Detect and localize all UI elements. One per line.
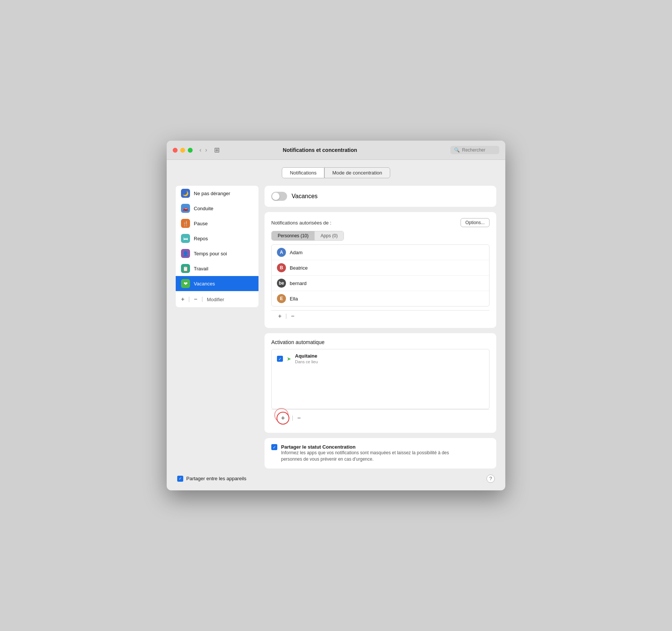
- search-input[interactable]: [462, 147, 496, 153]
- activation-actions: + −: [271, 409, 490, 427]
- sidebar-icon-temps-pour-soi: 👤: [181, 249, 190, 258]
- sidebar-label-repos: Repos: [194, 236, 208, 241]
- sidebar-add-button[interactable]: +: [181, 296, 184, 303]
- window-title: Notifications et concentration: [194, 147, 446, 153]
- activation-add-button[interactable]: +: [277, 412, 289, 425]
- sidebar-icon-travail: 📋: [181, 264, 190, 273]
- sidebar-icon-conduite: 🚗: [181, 204, 190, 213]
- list-item: A Adam: [272, 245, 489, 260]
- list-item: B Beatrice: [272, 260, 489, 276]
- activation-checkbox[interactable]: ✓: [277, 356, 283, 362]
- right-panel: Vacances Notifications autorisées de : O…: [265, 186, 496, 469]
- avatar-ella: E: [277, 294, 286, 303]
- person-name-beatrice: Beatrice: [290, 265, 308, 271]
- minimize-button[interactable]: [180, 148, 185, 153]
- activation-subtitle: Dans ce lieu: [295, 359, 318, 364]
- toggle-knob: [272, 193, 280, 200]
- activation-name: Aquitaine: [295, 353, 318, 359]
- sidebar-item-ne-pas-deranger[interactable]: 🌙 Ne pas déranger: [176, 186, 258, 201]
- bottom-bar: ✓ Partager entre les appareils ?: [176, 475, 496, 483]
- divider4: [292, 416, 293, 421]
- activation-list: ✓ ➤ Aquitaine Dans ce lieu: [271, 349, 490, 409]
- sidebar-item-temps-pour-soi[interactable]: 👤 Temps pour soi: [176, 246, 258, 261]
- share-devices-checkbox[interactable]: ✓: [177, 476, 183, 482]
- toggle-section: Vacances: [265, 186, 496, 207]
- sub-tab-apps[interactable]: Apps (0): [315, 231, 344, 240]
- location-icon: ➤: [287, 356, 291, 362]
- share-devices-row: ✓ Partager entre les appareils: [177, 476, 246, 482]
- sidebar: 🌙 Ne pas déranger 🚗 Conduite 🍴 Pause 🛏 R…: [176, 186, 258, 307]
- sidebar-item-travail[interactable]: 📋 Travail: [176, 261, 258, 276]
- sidebar-bottom: + − Modifier: [176, 291, 258, 307]
- persons-add-button[interactable]: +: [277, 313, 283, 320]
- sidebar-modify-button[interactable]: Modifier: [207, 297, 224, 302]
- tab-bar: Notifications Mode de concentration: [176, 167, 496, 178]
- share-section: ✓ Partager le statut Concentration Infor…: [265, 438, 496, 469]
- fullscreen-button[interactable]: [188, 148, 193, 153]
- sidebar-icon-pause: 🍴: [181, 219, 190, 228]
- sidebar-label-travail: Travail: [194, 266, 208, 272]
- share-description: Informez les apps que vos notifications …: [281, 450, 462, 463]
- notifications-section: Notifications autorisées de : Options...…: [265, 212, 496, 328]
- sidebar-icon-vacances: ❤: [181, 279, 190, 288]
- titlebar: ‹ › ⊞ Notifications et concentration 🔍: [167, 141, 505, 160]
- sidebar-item-pause[interactable]: 🍴 Pause: [176, 216, 258, 231]
- notif-header: Notifications autorisées de : Options...: [271, 218, 490, 227]
- divider3: [286, 314, 286, 319]
- sidebar-label-vacances: Vacances: [194, 281, 215, 287]
- vacances-toggle[interactable]: [271, 192, 287, 201]
- persons-list-actions: + −: [271, 310, 490, 322]
- sidebar-icon-repos: 🛏: [181, 234, 190, 243]
- sidebar-item-conduite[interactable]: 🚗 Conduite: [176, 201, 258, 216]
- vacances-label: Vacances: [292, 193, 318, 200]
- person-name-adam: Adam: [290, 250, 303, 255]
- sidebar-item-vacances[interactable]: ❤ Vacances: [176, 276, 258, 291]
- sidebar-label-temps-pour-soi: Temps pour soi: [194, 251, 227, 256]
- divider: [189, 297, 189, 302]
- avatar-adam: A: [277, 248, 286, 257]
- activation-section: Activation automatique ✓ ➤ Aquitaine Dan…: [265, 333, 496, 433]
- tab-concentration[interactable]: Mode de concentration: [324, 167, 390, 178]
- person-name-bernard: bernard: [290, 281, 307, 286]
- persons-list: A Adam B Beatrice be bernard E: [271, 244, 490, 306]
- share-title: Partager le statut Concentration: [281, 444, 462, 450]
- main-window: ‹ › ⊞ Notifications et concentration 🔍 N…: [167, 141, 505, 490]
- share-row: ✓ Partager le statut Concentration Infor…: [271, 444, 490, 463]
- sidebar-label-ne-pas-deranger: Ne pas déranger: [194, 191, 230, 196]
- avatar-beatrice: B: [277, 263, 286, 272]
- sub-tabs: Personnes (10) Apps (0): [271, 231, 344, 241]
- search-icon: 🔍: [454, 147, 460, 153]
- sidebar-item-repos[interactable]: 🛏 Repos: [176, 231, 258, 246]
- vacances-row: Vacances: [271, 192, 490, 201]
- share-checkbox[interactable]: ✓: [271, 444, 277, 450]
- share-devices-label: Partager entre les appareils: [186, 476, 246, 481]
- tab-notifications[interactable]: Notifications: [282, 167, 324, 178]
- list-item: ✓ ➤ Aquitaine Dans ce lieu: [272, 349, 489, 368]
- options-button[interactable]: Options...: [461, 218, 490, 227]
- sidebar-remove-button[interactable]: −: [194, 296, 197, 303]
- sidebar-icon-ne-pas-deranger: 🌙: [181, 189, 190, 198]
- activation-title: Activation automatique: [271, 339, 490, 345]
- sidebar-label-conduite: Conduite: [194, 206, 213, 211]
- close-button[interactable]: [173, 148, 178, 153]
- content: Notifications Mode de concentration 🌙 Ne…: [167, 160, 505, 490]
- avatar-bernard: be: [277, 279, 286, 288]
- traffic-lights: [173, 148, 193, 153]
- activation-text: Aquitaine Dans ce lieu: [295, 353, 318, 364]
- list-item: E Ella: [272, 291, 489, 306]
- persons-remove-button[interactable]: −: [289, 313, 296, 320]
- sub-tab-personnes[interactable]: Personnes (10): [272, 231, 315, 240]
- list-item: be bernard: [272, 276, 489, 291]
- divider2: [202, 297, 202, 302]
- search-box[interactable]: 🔍: [450, 146, 499, 154]
- help-button[interactable]: ?: [487, 475, 495, 483]
- activation-remove-button[interactable]: −: [296, 415, 302, 422]
- person-name-ella: Ella: [290, 296, 298, 302]
- main-layout: 🌙 Ne pas déranger 🚗 Conduite 🍴 Pause 🛏 R…: [176, 186, 496, 469]
- notif-label: Notifications autorisées de :: [271, 220, 331, 226]
- sidebar-label-pause: Pause: [194, 221, 208, 226]
- share-text: Partager le statut Concentration Informe…: [281, 444, 462, 463]
